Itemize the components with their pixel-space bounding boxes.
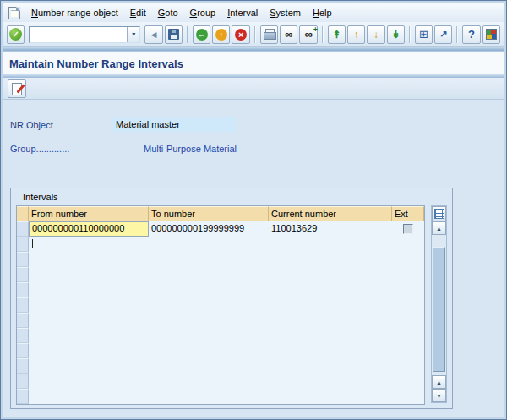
empty-row-area[interactable] <box>29 313 424 328</box>
column-header-from-number[interactable]: From number <box>29 206 149 221</box>
cancel-icon <box>235 29 247 41</box>
menu-item-group[interactable]: Group <box>184 5 222 20</box>
command-input[interactable] <box>30 28 127 41</box>
empty-row-area[interactable] <box>29 328 424 343</box>
menu-item-help[interactable]: Help <box>307 5 338 20</box>
menu-item-goto[interactable]: Goto <box>152 5 184 20</box>
intervals-box-title: Intervals <box>23 192 58 202</box>
enter-button[interactable] <box>7 25 25 44</box>
empty-row-area[interactable] <box>29 389 424 404</box>
customize-layout-icon <box>486 29 497 40</box>
column-header-ext[interactable]: Ext <box>392 206 424 221</box>
row-selector[interactable] <box>17 267 29 282</box>
table-row-empty <box>17 358 424 374</box>
table-row-empty <box>17 252 424 267</box>
select-all-cell[interactable] <box>17 206 29 221</box>
row-selector[interactable] <box>17 237 29 252</box>
scroll-thumb[interactable] <box>433 247 445 372</box>
ext-checkbox[interactable] <box>403 224 413 234</box>
empty-row-area[interactable] <box>29 252 424 267</box>
table-row-empty <box>17 313 424 328</box>
new-session-button[interactable] <box>415 25 433 44</box>
intervals-table: From number To number Current number Ext… <box>16 205 425 405</box>
system-menu-icon[interactable] <box>8 7 20 19</box>
page-title: Maintain Number Range Intervals <box>9 57 183 70</box>
scroll-track[interactable] <box>432 235 446 247</box>
row-selector[interactable] <box>17 221 29 237</box>
create-shortcut-button[interactable] <box>434 25 452 44</box>
menu-item-number-range-object[interactable]: Number range object <box>25 5 124 20</box>
menu-bar: Number range object Edit Goto Group Inte… <box>3 3 504 22</box>
empty-row-area[interactable] <box>29 267 424 282</box>
empty-row-area[interactable] <box>29 343 424 358</box>
first-page-icon <box>330 28 343 41</box>
to-number-cell[interactable]: 000000000199999999 <box>149 221 269 237</box>
toolbar-separator <box>322 26 324 43</box>
row-selector[interactable] <box>17 282 29 297</box>
customize-layout-button[interactable] <box>482 25 500 44</box>
current-number-cell[interactable]: 110013629 <box>269 221 392 237</box>
scroll-line-up-button[interactable]: ▲ <box>432 375 446 389</box>
row-selector[interactable] <box>17 297 29 313</box>
row-selector[interactable] <box>17 389 29 404</box>
save-button[interactable] <box>165 25 183 44</box>
first-page-button[interactable] <box>328 25 346 44</box>
table-row-empty <box>17 389 424 404</box>
exit-button[interactable] <box>212 25 230 44</box>
previous-page-button[interactable] <box>347 25 365 44</box>
print-button[interactable] <box>260 25 278 44</box>
empty-row-area[interactable] <box>29 374 424 389</box>
ext-cell <box>392 221 424 237</box>
standard-toolbar: ▾ <box>3 22 504 47</box>
back-button[interactable] <box>193 25 210 44</box>
row-selector[interactable] <box>17 374 29 389</box>
row-selector[interactable] <box>17 343 29 358</box>
column-header-current-number[interactable]: Current number <box>269 206 392 221</box>
table-configuration-button[interactable] <box>432 206 446 221</box>
empty-row-area[interactable] <box>29 237 424 252</box>
row-selector[interactable] <box>17 313 29 328</box>
from-number-cell[interactable]: 000000000110000000 <box>29 221 149 237</box>
scroll-up-icon: ▲ <box>436 226 442 232</box>
new-session-icon <box>417 28 431 41</box>
empty-row-area[interactable] <box>29 297 424 313</box>
menu-item-interval[interactable]: Interval <box>221 5 264 20</box>
save-icon <box>168 29 179 40</box>
menu-item-system[interactable]: System <box>264 5 307 20</box>
column-header-to-number[interactable]: To number <box>149 206 269 221</box>
row-selector[interactable] <box>17 358 29 374</box>
display-change-button[interactable] <box>8 79 26 98</box>
find-next-icon <box>302 28 315 41</box>
command-collapse-button[interactable] <box>144 25 162 44</box>
find-next-button[interactable] <box>299 25 317 44</box>
empty-row-area[interactable] <box>29 358 424 374</box>
find-button[interactable] <box>280 25 297 44</box>
back-icon <box>196 29 208 41</box>
command-dropdown-button[interactable]: ▾ <box>127 27 139 42</box>
menu-item-edit[interactable]: Edit <box>124 5 152 20</box>
empty-row-area[interactable] <box>29 282 424 297</box>
table-row-empty <box>17 237 424 252</box>
table-header-row: From number To number Current number Ext <box>17 206 424 221</box>
row-selector[interactable] <box>17 252 29 267</box>
intervals-groupbox: Intervals From number To number Current … <box>10 188 453 409</box>
display-change-icon <box>11 83 23 95</box>
help-button[interactable] <box>462 25 480 44</box>
table-row-empty <box>17 328 424 343</box>
toolbar-separator <box>254 26 256 43</box>
scroll-down-icon: ▼ <box>436 393 442 399</box>
next-page-button[interactable] <box>367 25 384 44</box>
row-selector[interactable] <box>17 328 29 343</box>
group-label: Group............. <box>10 144 113 155</box>
create-shortcut-icon <box>437 28 450 41</box>
group-value: Multi-Purpose Material <box>144 144 237 154</box>
previous-page-icon <box>350 28 363 41</box>
scroll-up-button[interactable]: ▲ <box>432 221 446 235</box>
nr-object-field[interactable]: Material master <box>112 117 237 133</box>
application-toolbar <box>3 78 504 100</box>
toolbar-separator <box>456 26 458 43</box>
scroll-line-down-button[interactable]: ▼ <box>432 389 446 402</box>
table-row-empty <box>17 374 424 389</box>
last-page-button[interactable] <box>387 25 405 44</box>
cancel-button[interactable] <box>232 25 249 44</box>
